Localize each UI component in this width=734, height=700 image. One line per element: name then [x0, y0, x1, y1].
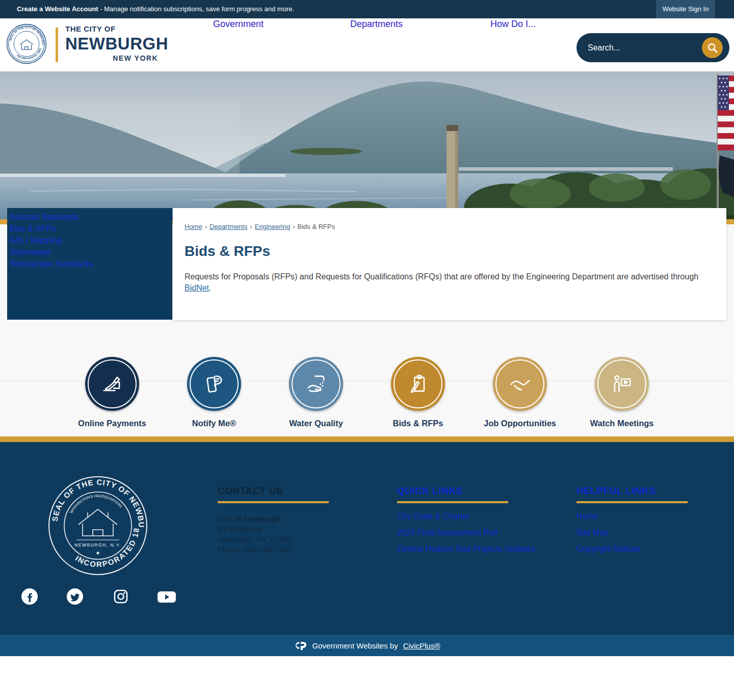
quicklink-bids-rfps[interactable]: Bids & RFPs	[367, 357, 469, 428]
logo-newburgh: NEWBURGH	[65, 34, 158, 54]
hero-american-flag	[718, 75, 734, 197]
circle-label: Job Opportunities	[469, 418, 571, 428]
circle-label: Water Quality	[265, 418, 367, 428]
civicplus-link[interactable]: CivicPlus®	[403, 641, 440, 650]
nav-government[interactable]: Government	[213, 19, 264, 30]
footer-seal-banner-text: NEWBURGH, N.Y.	[74, 542, 121, 548]
heading-gold-underline	[397, 501, 508, 503]
twitter-icon	[66, 588, 84, 605]
quicklink-water-quality[interactable]: Water Quality	[265, 357, 367, 428]
website-sign-in-button[interactable]: Website Sign In	[656, 0, 715, 18]
sidebar-item-bids-rfps[interactable]: Bids & RFPs	[10, 223, 172, 235]
top-utility-bar: Create a Website Account - Manage notifi…	[0, 0, 734, 18]
handshake-icon	[507, 371, 533, 397]
logo-gold-divider	[56, 28, 58, 62]
civicplus-text: Government Websites by	[312, 641, 398, 650]
breadcrumb-current: Bids & RFPs	[298, 223, 335, 230]
footer-contact-column: CONTACT US City of Newburgh 83 Broadway …	[218, 485, 386, 555]
hero-photo-hudson-river	[0, 71, 734, 224]
page-title: Bids & RFPs	[185, 243, 711, 260]
sidebar-item-stormwater[interactable]: Stormwater	[10, 246, 172, 258]
youtube-icon	[156, 588, 177, 605]
youtube-button[interactable]	[156, 588, 174, 605]
bottom-spacer	[0, 656, 734, 695]
hand-washing-icon	[303, 371, 329, 397]
breadcrumb-engineering[interactable]: Engineering	[255, 223, 290, 230]
instagram-button[interactable]	[112, 588, 129, 605]
social-media-row	[21, 588, 189, 605]
breadcrumb-separator: ›	[293, 223, 295, 230]
create-account-promo[interactable]: Create a Website Account - Manage notifi…	[17, 0, 294, 18]
create-account-link[interactable]: Create a Website Account	[17, 5, 98, 13]
hero-landscape-image	[0, 71, 734, 224]
nav-departments[interactable]: Departments	[350, 19, 403, 30]
nav-how-do-i[interactable]: How Do I...	[490, 19, 536, 30]
contact-address-line2: Newburgh, NY 12550	[218, 534, 386, 545]
intro-text-end: .	[209, 283, 211, 292]
sidebar-item-autocad-standards[interactable]: Autocad Standards	[10, 211, 172, 223]
civicplus-bar: Government Websites by CivicPlus®	[0, 635, 734, 656]
civicplus-logo-icon	[294, 641, 307, 650]
footer-helpful-links-column: HELPFUL LINKS Home Site Map Copyright No…	[576, 485, 734, 561]
search-icon	[707, 42, 718, 54]
main-content-zone: Autocad Standards Bids & RFPs GIS / Mapp…	[0, 208, 734, 436]
search-input[interactable]	[588, 33, 705, 62]
quick-link-assessment-roll[interactable]: 2025 Final Assessment Roll	[397, 528, 565, 537]
clipboard-pencil-icon	[405, 371, 431, 397]
search-bar	[576, 33, 729, 62]
instagram-icon	[112, 588, 129, 605]
quick-link-central-hudson[interactable]: Central Hudson Gas Projects Updates	[397, 545, 565, 554]
sidebar-engineering-nav: Autocad Standards Bids & RFPs GIS / Mapp…	[7, 208, 172, 320]
page-intro-paragraph: Requests for Proposals (RFPs) and Reques…	[185, 271, 711, 294]
facebook-button[interactable]	[21, 588, 38, 605]
svg-text:INCORPORATED 1865: INCORPORATED 1865	[47, 475, 141, 568]
heading-gold-underline	[576, 501, 688, 503]
sidebar-item-gis-mapping[interactable]: GIS / Mapping	[10, 235, 172, 246]
search-button[interactable]	[702, 37, 723, 58]
quicklink-watch-meetings[interactable]: Watch Meetings	[571, 357, 673, 428]
contact-phone: Phone: 845-569-7300	[218, 545, 386, 555]
quicklink-job-opportunities[interactable]: Job Opportunities	[469, 357, 571, 428]
facebook-icon	[21, 588, 38, 605]
pen-payment-icon	[99, 371, 125, 397]
quick-link-city-code[interactable]: City Code & Charter	[397, 512, 565, 521]
circle-label: Notify Me®	[163, 418, 265, 428]
quick-links-circle-section: Online Payments Notify Me®	[0, 320, 734, 436]
footer-seal-house	[76, 509, 119, 540]
site-logo-text[interactable]: THE CITY OF NEWBURGH NEW YORK	[65, 24, 158, 62]
page-content-card: Home›Departments›Engineering›Bids & RFPs…	[173, 208, 726, 320]
presentation-icon	[609, 371, 635, 397]
breadcrumb: Home›Departments›Engineering›Bids & RFPs	[185, 223, 711, 230]
quicklink-notify-me[interactable]: Notify Me®	[163, 357, 265, 428]
helpful-links-heading: HELPFUL LINKS	[576, 485, 734, 497]
helpful-link-site-map[interactable]: Site Map	[576, 528, 734, 537]
breadcrumb-separator: ›	[250, 223, 252, 230]
footer-gold-stripe	[0, 436, 734, 442]
circle-label: Watch Meetings	[571, 418, 673, 428]
city-seal-logo[interactable]: SEAL OF THE CITY OF NEWBURGH, N.Y. INCOR…	[6, 23, 47, 64]
sidebar-item-streetscape-standards[interactable]: Streetscape Standards	[10, 258, 172, 270]
phone-notification-icon	[201, 371, 227, 397]
twitter-button[interactable]	[66, 588, 84, 605]
footer-seal-bottom-text: INCORPORATED 1865	[47, 475, 141, 568]
helpful-link-home[interactable]: Home	[576, 512, 734, 521]
contact-address-line1: 83 Broadway	[218, 524, 386, 534]
quicklink-online-payments[interactable]: Online Payments	[61, 357, 163, 428]
breadcrumb-separator: ›	[205, 223, 207, 230]
site-header: SEAL OF THE CITY OF NEWBURGH, N.Y. INCOR…	[0, 18, 734, 71]
breadcrumb-departments[interactable]: Departments	[209, 223, 247, 230]
contact-us-heading: CONTACT US	[218, 485, 386, 497]
circle-label: Bids & RFPs	[367, 418, 469, 428]
heading-gold-underline	[218, 501, 329, 503]
promo-text: - Manage notification subscriptions, sav…	[98, 5, 294, 13]
bidnet-link[interactable]: BidNet	[185, 283, 209, 292]
breadcrumb-home[interactable]: Home	[185, 223, 202, 230]
logo-new-york: NEW YORK	[65, 54, 158, 62]
svg-text:★: ★	[96, 550, 100, 556]
intro-text: Requests for Proposals (RFPs) and Reques…	[185, 272, 698, 281]
quick-links-heading: QUICK LINKS	[397, 485, 565, 497]
helpful-link-copyright-notices[interactable]: Copyright Notices	[576, 545, 734, 554]
circle-label: Online Payments	[61, 418, 163, 428]
footer-quick-links-column: QUICK LINKS City Code & Charter 2025 Fin…	[397, 485, 565, 561]
logo-the-city-of: THE CITY OF	[65, 24, 158, 33]
